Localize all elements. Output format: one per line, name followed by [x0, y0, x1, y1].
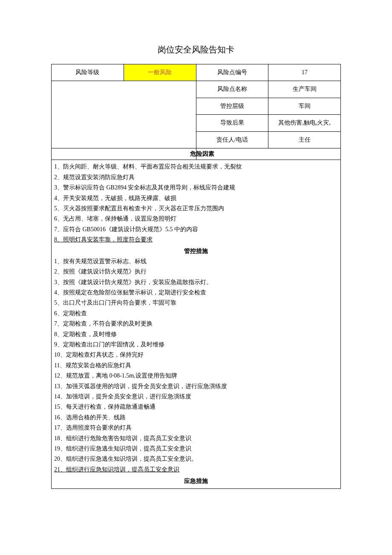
responsible-label: 责任人/电话	[196, 131, 268, 148]
control-item: 4、按照规定在危险部位张贴警示标识，定期进行安全检查	[54, 288, 338, 298]
consequence-label: 导致后果	[196, 115, 268, 131]
control-item: 11、规范安装合格的应急灯具	[54, 360, 338, 371]
control-item: 10、定期检查灯具状态，保持完好	[54, 350, 338, 360]
control-item: 20、组织进行应急逃生知识培训，提高员工安全意识。	[54, 454, 338, 464]
control-item: 15、每天进行检查，保持疏散通道畅通	[54, 402, 338, 412]
hazard-item: 5、灭火器按照要求配置且有检查卡片，灭火器在正常压力范围内	[54, 203, 338, 214]
consequence-value: 其他伤害,触电,火灾,	[268, 115, 341, 131]
control-item: 9、定期检查出口门的牢固情况，及时维修	[54, 340, 338, 350]
risk-point-no-label: 风险点编号	[196, 64, 268, 81]
control-item: 17、选用照度符合要求的灯具	[54, 423, 338, 433]
control-item: 13、加强灭弧器使用的培训，提升全员安全意识，进行应急演练度	[54, 381, 338, 392]
hazard-item: 1、防火间距、耐火等级、材料、平面布置应符合相关法规要求，无裂纹	[54, 162, 338, 172]
risk-level-label: 风险等级	[52, 64, 124, 81]
responsible-value: 主任	[268, 131, 341, 148]
control-item: 6、定期检查	[54, 308, 338, 319]
risk-level-value: 一般风险	[124, 64, 196, 81]
risk-point-name-value: 生产车间	[268, 81, 341, 98]
hazard-item: 6、无占用、堵塞，保持畅通，设置应急照明灯	[54, 214, 338, 224]
risk-point-name-label: 风险点名称	[196, 81, 268, 98]
control-item: 19、组织进行应急逃生知识培训，提高员工安全意识	[54, 444, 338, 454]
hazard-item: 3、警示标识应符合 GB2894 安全标志及其使用导则，标线应符合建规	[54, 183, 338, 193]
control-item: 8、定期检查，及时维修	[54, 329, 338, 340]
control-item: 3、按照《建筑设计防火规范》执行，安装应急疏散指示灯。	[54, 277, 338, 288]
control-item: 21、组织进行应急知识培训，提高员工安全意识	[54, 465, 338, 475]
control-item: 14、加强培训，提升全员安全意识，进行应急演练度	[54, 392, 338, 402]
control-level-value: 车间	[268, 98, 341, 114]
emergency-section-header: 应急措施	[54, 475, 338, 486]
control-section-header: 管控措施	[54, 245, 338, 256]
control-item: 12、规范放置，离地 0·08-1.5m,设置使用告知牌	[54, 371, 338, 381]
control-item: 1、按有关规范设置警示标志、标线	[54, 256, 338, 267]
control-item: 5、出口尺寸及出口门开向符合要求，牢固可靠	[54, 298, 338, 308]
risk-point-no-value: 17	[268, 64, 341, 81]
header-table: 风险等级 一般风险 风险点编号 17 风险点名称 生产车间 管控层级 车间 导致…	[51, 64, 341, 148]
image-placeholder	[52, 81, 196, 148]
control-item: 16、选用合格的开关、线路	[54, 413, 338, 423]
hazard-item: 7、应符合 GB50016《建筑设计防火规范》5.5 中的内容	[54, 224, 338, 235]
page-title: 岗位安全风险告知卡	[51, 43, 341, 56]
hazard-section: 1、防火间距、耐火等级、材料、平面布置应符合相关法规要求，无裂纹 2、规范设置安…	[51, 160, 341, 489]
hazard-section-header: 危 险因素	[51, 148, 341, 160]
hazard-header-left: 危	[52, 148, 196, 160]
hazard-item: 2、规范设置安装消防应急灯具	[54, 172, 338, 183]
hazard-item: 4、开关安装规范，无破损，线路无裸露、破损	[54, 193, 338, 203]
hazard-item: 8、照明灯具安装牢靠，照度符合要求	[54, 235, 338, 245]
control-item: 2、按照《建筑设计防火规范》执行	[54, 267, 338, 277]
control-item: 18、组织进行危险危害告知培训，提高员工安全意识	[54, 433, 338, 444]
hazard-header-right: 险因素	[196, 148, 341, 160]
control-level-label: 管控层级	[196, 98, 268, 114]
control-item: 7、定期检查，不符合要求的及时更换	[54, 319, 338, 329]
